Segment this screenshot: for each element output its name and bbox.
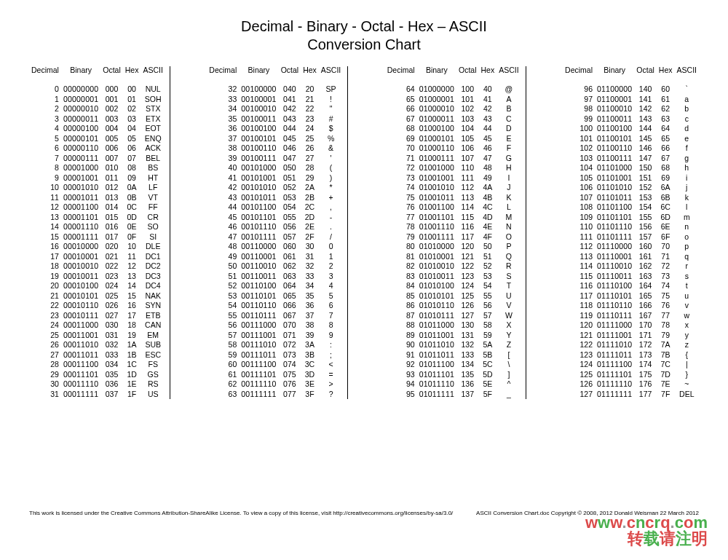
- cell-hex: 0B: [123, 192, 141, 202]
- cell-hex: 13: [123, 271, 141, 281]
- cell-bin: 00111110: [239, 379, 278, 390]
- cell-bin: 01010100: [417, 281, 456, 291]
- cell-bin: 01010110: [417, 301, 456, 311]
- cell-dec: 75: [385, 192, 417, 202]
- cell-oct: 166: [634, 301, 657, 311]
- cell-dec: 65: [385, 94, 417, 104]
- cell-dec: 78: [385, 222, 417, 232]
- cell-hex: 64: [657, 124, 675, 134]
- cell-asc: ': [319, 153, 343, 163]
- cell-hex: 10: [123, 242, 141, 252]
- cell-asc: |: [675, 360, 699, 370]
- table-row: 15000011110170FSI: [29, 232, 165, 242]
- cell-asc: ?: [319, 389, 343, 399]
- cell-oct: 026: [100, 301, 123, 311]
- cell-bin: 00110111: [239, 310, 278, 320]
- cell-hex: 39: [301, 330, 319, 340]
- cell-asc: US: [141, 389, 165, 399]
- cell-asc: 8: [319, 320, 343, 331]
- table-row: 1130111000116171q: [563, 251, 699, 261]
- cell-asc: ETX: [141, 114, 165, 124]
- cell-oct: 011: [100, 173, 123, 183]
- cell-asc: %: [319, 133, 343, 143]
- cell-oct: 126: [456, 301, 479, 311]
- cell-asc: EOT: [141, 124, 165, 134]
- table-row: 43001010110532B+: [207, 192, 343, 202]
- cell-bin: 01100000: [595, 84, 634, 95]
- cell-oct: 045: [279, 133, 301, 143]
- cell-hex: 20: [301, 84, 319, 95]
- table-row: 1200111100017078x: [563, 320, 699, 331]
- cell-hex: 6A: [657, 183, 675, 193]
- cell-bin: 00111000: [239, 320, 278, 331]
- cell-dec: 58: [207, 340, 239, 350]
- cell-oct: 152: [634, 183, 657, 193]
- cell-dec: 21: [29, 291, 61, 301]
- cell-dec: 104: [563, 163, 595, 173]
- cell-bin: 00011100: [61, 360, 100, 370]
- cell-asc: C: [496, 114, 521, 124]
- cell-hex: 76: [657, 301, 675, 311]
- cell-bin: 01100010: [595, 104, 634, 114]
- cell-bin: 00100110: [239, 143, 278, 154]
- cell-asc: ": [319, 104, 343, 114]
- ascii-table-1: DecimalBinaryOctalHexASCII32001000000402…: [207, 66, 343, 399]
- cell-asc: BEL: [141, 153, 165, 163]
- cell-bin: 00001100: [61, 202, 100, 213]
- ascii-table-columns: DecimalBinaryOctalHexASCII00000000000000…: [29, 66, 699, 399]
- cell-dec: 28: [29, 360, 61, 370]
- cell-asc: [: [496, 350, 521, 360]
- cell-hex: 6C: [657, 202, 675, 213]
- cell-bin: 00000001: [61, 94, 100, 104]
- watermark: www.cncrq.com 转载请注明: [585, 515, 708, 547]
- cell-hex: 28: [301, 163, 319, 173]
- cell-oct: 064: [279, 281, 301, 291]
- cell-dec: 100: [563, 124, 595, 134]
- cell-bin: 00001010: [61, 183, 100, 193]
- cell-dec: 59: [207, 350, 239, 360]
- cell-oct: 101: [456, 94, 479, 104]
- table-row: 30000001100303ETX: [29, 114, 165, 124]
- cell-hex: 27: [301, 153, 319, 163]
- cell-asc: T: [496, 281, 521, 291]
- table-row: 800101000012050P: [385, 242, 521, 252]
- table-row: 230001011102717ETB: [29, 310, 165, 320]
- cell-asc: DC4: [141, 281, 165, 291]
- cell-asc: SI: [141, 232, 165, 242]
- table-row: 5300110101065355: [207, 291, 343, 301]
- cell-dec: 24: [29, 320, 61, 331]
- table-row: 77010011011154DM: [385, 212, 521, 222]
- cell-asc: d: [675, 124, 699, 134]
- cell-bin: 01000100: [417, 124, 456, 134]
- cell-asc: 7: [319, 310, 343, 320]
- cell-bin: 00110011: [239, 271, 278, 281]
- col-header-ascii: ASCII: [675, 66, 699, 84]
- cell-dec: 63: [207, 389, 239, 399]
- cell-asc: ^: [496, 379, 521, 390]
- cell-asc: K: [496, 192, 521, 202]
- cell-hex: 5D: [479, 369, 497, 379]
- cell-bin: 00111010: [239, 340, 278, 350]
- cell-asc: SO: [141, 222, 165, 232]
- cell-hex: 69: [657, 173, 675, 183]
- table-row: 970110000114161a: [563, 94, 699, 104]
- cell-bin: 00000000: [61, 84, 100, 95]
- cell-dec: 37: [207, 133, 239, 143]
- cell-hex: 2F: [301, 232, 319, 242]
- cell-oct: 044: [279, 124, 301, 134]
- cell-oct: 006: [100, 143, 123, 154]
- cell-hex: 03: [123, 114, 141, 124]
- cell-hex: 6D: [657, 212, 675, 222]
- cell-hex: 1A: [123, 340, 141, 350]
- cell-bin: 00010110: [61, 301, 100, 311]
- cell-bin: 01000011: [417, 114, 456, 124]
- cell-dec: 86: [385, 301, 417, 311]
- cell-oct: 007: [100, 153, 123, 163]
- table-row: 980110001014262b: [563, 104, 699, 114]
- cell-oct: 131: [456, 330, 479, 340]
- cell-hex: 45: [479, 133, 497, 143]
- cell-dec: 47: [207, 232, 239, 242]
- cell-asc: ACK: [141, 143, 165, 154]
- table-row: 650100000110141A: [385, 94, 521, 104]
- cell-oct: 134: [456, 360, 479, 370]
